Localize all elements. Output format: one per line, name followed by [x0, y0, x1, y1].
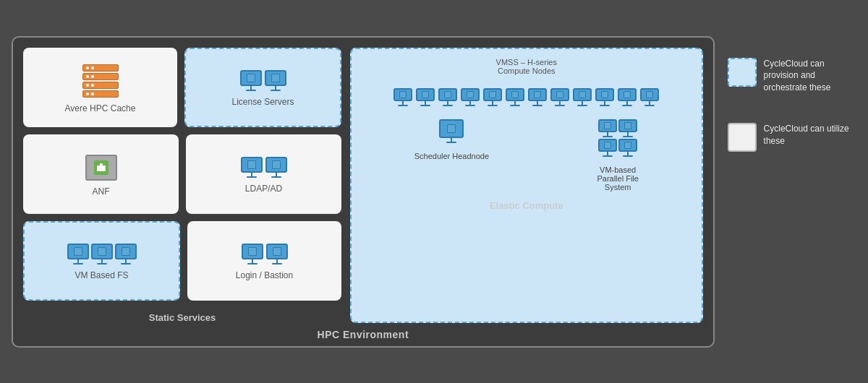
- legend-box-utilize: [728, 123, 757, 152]
- compute-node: [595, 88, 614, 106]
- svg-rect-1: [100, 163, 103, 171]
- login-bastion-label: Login / Bastion: [236, 270, 293, 280]
- license-servers-icon: [240, 70, 286, 91]
- card-license-servers: License Servers: [184, 48, 341, 127]
- anf-label: ANF: [93, 186, 110, 197]
- compute-node: [573, 88, 592, 106]
- legend-item-utilize: CycleCloud can utilize these: [728, 123, 856, 152]
- avere-label: Avere HPC Cache: [65, 103, 136, 113]
- pfs-icon: [598, 119, 637, 157]
- card-ldap-ad: LDAP/AD: [186, 134, 341, 214]
- static-services-label: Static Services: [23, 312, 341, 323]
- compute-node: [461, 88, 480, 106]
- legend-item-provision: CycleCloud can provision and orchestrate…: [728, 58, 856, 94]
- license-servers-label: License Servers: [231, 97, 294, 107]
- compute-node: [528, 88, 547, 106]
- login-bastion-icon: [242, 244, 288, 264]
- compute-nodes-grid: [360, 84, 693, 111]
- ldap-icon: [241, 157, 287, 178]
- card-vm-based-fs: VM Based FS: [23, 221, 180, 301]
- card-login-bastion: Login / Bastion: [187, 221, 341, 301]
- legend-text-utilize: CycleCloud can utilize these: [764, 123, 856, 147]
- compute-node: [506, 88, 524, 106]
- elastic-compute-section: VMSS – H-series Compute Nodes: [350, 48, 703, 323]
- ec-bottom-row: Scheduler Headnode: [360, 119, 693, 192]
- scheduler-label: Scheduler Headnode: [414, 152, 489, 160]
- pfs-group: VM-based Parallel File System: [597, 119, 638, 192]
- hpc-env-label: HPC Environment: [318, 329, 409, 340]
- elastic-compute-label: Elastic Compute: [360, 200, 693, 211]
- svg-rect-0: [97, 165, 100, 171]
- compute-node: [416, 88, 435, 106]
- compute-node: [393, 88, 412, 106]
- compute-node: [618, 88, 637, 106]
- svg-rect-2: [103, 165, 106, 171]
- legend-text-provision: CycleCloud can provision and orchestrate…: [764, 58, 856, 94]
- avere-icon: [82, 64, 119, 98]
- compute-node: [438, 88, 457, 106]
- pfs-label: VM-based Parallel File System: [597, 165, 638, 192]
- compute-node: [550, 88, 569, 106]
- scheduler-icon: [439, 119, 464, 143]
- scheduler-headnode-group: Scheduler Headnode: [414, 119, 489, 160]
- card-anf: ANF: [23, 134, 179, 214]
- vmss-title: VMSS – H-series Compute Nodes: [360, 58, 693, 75]
- legend: CycleCloud can provision and orchestrate…: [728, 36, 856, 152]
- compute-node: [483, 88, 502, 106]
- compute-node: [640, 88, 659, 106]
- vm-fs-icon: [67, 244, 137, 264]
- hpc-env-box: Avere HPC Cache: [12, 36, 715, 348]
- anf-icon: [85, 155, 117, 181]
- card-avere-hpc-cache: Avere HPC Cache: [23, 48, 177, 127]
- page-wrapper: Avere HPC Cache: [0, 25, 868, 359]
- ldap-label: LDAP/AD: [245, 184, 282, 194]
- legend-box-provision: [728, 58, 757, 87]
- vm-fs-label: VM Based FS: [75, 270, 128, 280]
- static-services-section: Avere HPC Cache: [23, 48, 341, 323]
